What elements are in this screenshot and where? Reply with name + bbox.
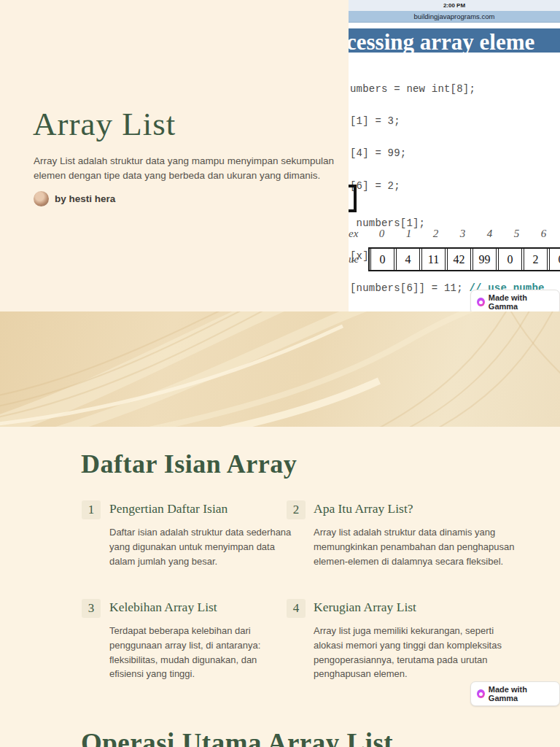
- item-number-badge: 3: [82, 599, 101, 618]
- slide1-description: Array List adalah struktur data yang mam…: [34, 154, 343, 183]
- value-cell: 2: [524, 249, 548, 270]
- value-cell: 0: [549, 249, 560, 270]
- index-cell: 0: [368, 228, 395, 240]
- phone-screenshot: 2:00 PM buildingjavaprograms.com cessing…: [349, 0, 560, 311]
- made-with-gamma-badge[interactable]: Made with Gamma: [470, 290, 560, 311]
- status-time: 2:00 PM: [443, 2, 465, 9]
- item-title: Kelebihan Array List: [109, 600, 217, 615]
- index-cell: 7: [557, 228, 560, 240]
- index-cell: 6: [530, 228, 557, 240]
- item-number-badge: 2: [287, 500, 306, 519]
- value-cell: 11: [421, 249, 446, 270]
- item-title: Apa Itu Array List?: [314, 501, 413, 516]
- array-value-row: 0 4 11 42 99 0 2 0: [368, 247, 560, 271]
- index-row-label: ex: [349, 228, 368, 240]
- index-cell: 5: [503, 228, 530, 240]
- gamma-badge-label: Made with Gamma: [489, 293, 552, 311]
- code-line: umbers = new int[8];: [350, 84, 545, 95]
- gamma-badge-label: Made with Gamma: [489, 685, 552, 703]
- index-cell: 2: [422, 228, 449, 240]
- value-cell: 4: [396, 249, 420, 270]
- item-title: Kerugian Array List: [314, 600, 416, 615]
- code-line: [6] = 2;: [350, 181, 545, 192]
- value-cell: 99: [472, 249, 497, 270]
- slide-header-title: cessing array eleme: [349, 29, 560, 55]
- gamma-logo-icon: [477, 298, 485, 306]
- decorative-wave-band: [0, 311, 560, 427]
- address-url: buildingjavaprograms.com: [414, 12, 495, 20]
- item-body: Array list adalah struktur data dinamis …: [314, 525, 515, 568]
- value-cell: 0: [370, 249, 394, 270]
- slide-2-daftar-isian: Daftar Isian Array 1 Pengertian Daftar I…: [0, 427, 560, 747]
- item-body: Array list juga memiliki kekurangan, sep…: [314, 624, 515, 681]
- slide1-title: Array List: [33, 105, 176, 143]
- gamma-logo-icon: [477, 689, 485, 698]
- closing-bracket-glyph: [349, 185, 357, 212]
- wave-lines-graphic: [0, 311, 560, 427]
- author-byline: by hesti hera: [34, 191, 115, 206]
- author-avatar: [34, 191, 49, 206]
- java-code-block: umbers = new int[8]; [1] = 3; [4] = 99; …: [350, 62, 545, 311]
- value-cell: 0: [498, 249, 522, 270]
- browser-address-bar: buildingjavaprograms.com: [349, 11, 560, 23]
- item-title: Pengertian Daftar Isian: [109, 501, 228, 516]
- item-number-badge: 4: [287, 599, 306, 618]
- slide-1-array-list: Array List Array List adalah struktur da…: [0, 0, 560, 311]
- item-body: Daftar isian adalah struktur data sederh…: [109, 525, 292, 568]
- phone-status-bar: 2:00 PM: [349, 0, 560, 11]
- array-index-row: ex 0 1 2 3 4 5 6 7: [349, 228, 560, 240]
- index-cell: 1: [395, 228, 422, 240]
- slide2-title: Daftar Isian Array: [81, 449, 297, 479]
- item-number-badge: 1: [82, 500, 101, 519]
- author-name: by hesti hera: [55, 193, 115, 204]
- value-cell: 42: [447, 249, 471, 270]
- code-line: [1] = 3;: [350, 116, 545, 127]
- item-body: Terdapat beberapa kelebihan dari penggun…: [109, 624, 281, 681]
- value-row-label: ue: [349, 253, 359, 266]
- index-cell: 3: [449, 228, 476, 240]
- index-cell: 4: [476, 228, 503, 240]
- made-with-gamma-badge[interactable]: Made with Gamma: [470, 681, 560, 706]
- slide3-title: Operasi Utama Array List: [81, 727, 393, 747]
- code-text: [numbers[6]] = 11;: [350, 282, 469, 294]
- code-line: [4] = 99;: [350, 148, 545, 159]
